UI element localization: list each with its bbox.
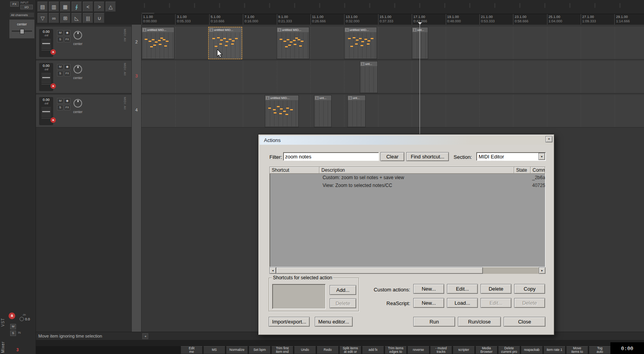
fx-button[interactable]: FX — [64, 37, 70, 42]
toolbar-button[interactable]: item rate 1 — [544, 346, 565, 354]
funnel-icon[interactable]: ▽ — [38, 13, 48, 23]
media-item[interactable]: 1untitled MID... — [142, 27, 174, 59]
mixer-tab[interactable]: Mixer — [1, 328, 5, 353]
ruler-marker[interactable]: 21.1.00 0:53.333 — [479, 14, 513, 25]
reascript-load-button[interactable]: Load... — [447, 298, 478, 308]
record-arm-badge[interactable]: a — [9, 313, 15, 319]
media-item[interactable]: 1unt... — [360, 61, 378, 93]
reascript-edit-button[interactable]: Edit... — [481, 298, 511, 308]
action-row[interactable]: Custom: zoom to sel notes + save view _2… — [270, 174, 545, 181]
media-item[interactable]: 1untitled MID... — [276, 27, 309, 59]
new-project-icon[interactable]: ▤ — [38, 2, 48, 12]
ruler-marker[interactable]: 23.1.00 0:58.666 — [513, 14, 547, 25]
toolbar-button[interactable]: reapackab — [521, 346, 543, 354]
monitor-icon[interactable]: ◉ — [64, 98, 70, 104]
action-list[interactable]: Shortcut Description State Comm Custom: … — [269, 167, 545, 267]
scroll-left-icon[interactable]: ◄ — [269, 267, 276, 274]
dialog-titlebar[interactable]: Actions — [260, 136, 553, 145]
fx-button[interactable]: FX — [64, 105, 70, 110]
time-display[interactable]: 0:00 — [610, 342, 644, 354]
toolbar-button[interactable]: scripter — [453, 346, 475, 354]
chevron-down-icon[interactable]: ▼ — [538, 153, 545, 160]
delete-shortcut-button[interactable]: Delete — [330, 298, 356, 308]
ruler-marker[interactable]: 1.1.00 0:00.000 — [142, 14, 175, 25]
media-item[interactable]: 1unt... — [347, 95, 366, 127]
io-button[interactable]: I/O — [20, 5, 33, 9]
edit-cursor-marker[interactable] — [418, 22, 422, 25]
custom-copy-button[interactable]: Copy — [514, 284, 545, 294]
column-header-description[interactable]: Description — [319, 167, 514, 174]
monitor-icon[interactable]: ◉ — [64, 64, 70, 70]
ruler-marker[interactable]: 29.1.00 1:14.666 — [614, 14, 644, 25]
paperclip-icon[interactable]: ∮ — [72, 2, 82, 12]
media-item[interactable]: 1unt... — [314, 95, 332, 127]
undo-icon[interactable]: < — [83, 2, 93, 12]
toolbar-button[interactable]: Delete current pro — [498, 346, 520, 354]
toolbar-button[interactable]: MS — [203, 346, 225, 354]
toolbar-button[interactable]: Redo — [317, 346, 339, 354]
media-item[interactable]: 1untitled MID... — [344, 27, 377, 59]
scroll-left-icon[interactable]: ◄ — [142, 333, 148, 339]
ruler-marker[interactable]: 5.1.00 0:10.666 — [209, 14, 243, 25]
ruler-marker[interactable]: 15.1.00 0:37.333 — [378, 14, 412, 25]
monitor-icon[interactable]: ◉ — [64, 30, 70, 36]
solo-button[interactable]: S — [10, 331, 16, 336]
pan-slider[interactable] — [12, 31, 32, 32]
toolbar-button[interactable]: Undo — [294, 346, 316, 354]
filter-input[interactable] — [283, 152, 379, 161]
toolbar-button[interactable]: Split items at edit or — [339, 346, 361, 354]
grid-blocks-icon[interactable]: ⊞ — [60, 13, 70, 23]
track-number[interactable]: 3 — [132, 74, 141, 78]
run-close-button[interactable]: Run/close — [458, 317, 501, 327]
fade-icon[interactable]: ◺ — [72, 13, 82, 23]
record-arm-button[interactable]: a — [50, 49, 56, 55]
timeline-ruler[interactable]: 1.1.00 0:00.000 3.1.00 0:05.333 5.1.00 0… — [142, 14, 644, 25]
toolbar-button[interactable]: add fx — [362, 346, 384, 354]
track-lane[interactable] — [142, 95, 644, 128]
solo-button[interactable]: S — [57, 105, 63, 110]
metronome-icon[interactable]: △ — [106, 2, 116, 12]
toolbar-button[interactable]: Edit me — [181, 346, 203, 354]
toolbar-button[interactable]: reverse — [407, 346, 429, 354]
add-shortcut-button[interactable]: Add... — [330, 285, 356, 295]
master-fx-button[interactable]: FX — [10, 2, 19, 7]
ruler-marker[interactable]: 25.1.00 1:04.000 — [547, 14, 581, 25]
custom-delete-button[interactable]: Delete — [481, 284, 511, 294]
grid-lines-icon[interactable]: ||| — [83, 13, 93, 23]
custom-new-button[interactable]: New... — [413, 284, 444, 294]
gain-knob[interactable] — [20, 317, 24, 321]
column-header-command[interactable]: Comm — [531, 167, 545, 174]
toolbar-button[interactable]: Normalize — [226, 346, 248, 354]
toolbar-button[interactable]: Move items to — [566, 346, 588, 354]
track-lane[interactable] — [142, 61, 644, 93]
horizontal-scrollbar[interactable]: ◄ ► — [269, 267, 545, 274]
action-row[interactable]: View: Zoom to selected notes/CC 40725 — [270, 181, 545, 189]
import-export-button[interactable]: Import/export... — [269, 317, 310, 327]
mute-button[interactable]: M — [57, 64, 63, 70]
pan-knob[interactable] — [74, 31, 82, 40]
reascript-delete-button[interactable]: Delete — [514, 298, 545, 308]
ruler-marker[interactable]: 3.1.00 0:05.333 — [175, 14, 209, 25]
find-shortcut-button[interactable]: Find shortcut... — [406, 152, 449, 161]
toolbar-button[interactable]: Set bpm — [249, 346, 271, 354]
mute-button[interactable]: M — [57, 98, 63, 104]
mute-button[interactable]: M — [57, 30, 63, 36]
all-channels-dropdown[interactable]: All channels — [9, 12, 34, 18]
solo-button[interactable]: S — [57, 37, 63, 42]
redo-icon[interactable]: > — [94, 2, 104, 12]
column-header-state[interactable]: State — [514, 167, 531, 174]
close-icon[interactable]: × — [545, 136, 553, 142]
menu-editor-button[interactable]: Menu editor... — [315, 317, 353, 327]
toolbar-button[interactable]: Trim first item end — [271, 346, 293, 354]
pan-knob[interactable] — [74, 99, 82, 108]
toolbar-button[interactable]: - muted tracks — [430, 346, 452, 354]
track-panel-4[interactable]: 0.00 -inf a M S ◉ FX center MIDI: All — [36, 95, 131, 128]
ruler-marker[interactable]: 7.1.00 0:16.000 — [243, 14, 276, 25]
solo-button[interactable]: S — [57, 71, 63, 76]
column-header-shortcut[interactable]: Shortcut — [270, 167, 319, 174]
reascript-new-button[interactable]: New... — [413, 298, 444, 308]
save-project-icon[interactable]: ▦ — [60, 2, 70, 12]
record-arm-button[interactable]: a — [50, 83, 56, 89]
track-panel-2[interactable]: 0.00 -inf a M S ◉ FX center MIDI: All — [36, 27, 131, 59]
media-item[interactable]: 1unt... — [412, 27, 428, 59]
